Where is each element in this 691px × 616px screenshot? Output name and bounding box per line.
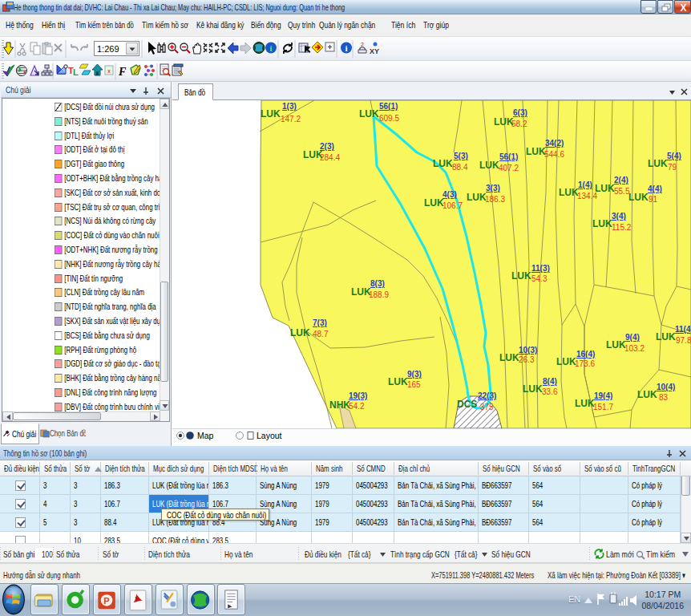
svg-text:2: 2 xyxy=(361,42,364,47)
svg-text:106.7: 106.7 xyxy=(442,201,463,210)
svg-text:6(3): 6(3) xyxy=(513,108,527,117)
svg-text:375: 375 xyxy=(480,403,494,411)
svg-text:151.7: 151.7 xyxy=(593,403,613,411)
svg-text:79: 79 xyxy=(668,163,677,172)
svg-text:16(4): 16(4) xyxy=(576,350,595,359)
svg-text:LUK: LUK xyxy=(559,187,579,198)
svg-text:103.2: 103.2 xyxy=(624,344,645,353)
svg-text:11(4): 11(4) xyxy=(675,325,691,334)
svg-text:LUK: LUK xyxy=(628,192,649,203)
svg-text:115.2: 115.2 xyxy=(612,223,632,232)
svg-text:LUK: LUK xyxy=(523,383,543,395)
svg-text:54.2: 54.2 xyxy=(349,402,365,411)
svg-text:LUK: LUK xyxy=(388,376,408,387)
svg-text:10(3): 10(3) xyxy=(519,346,537,355)
svg-text:165: 165 xyxy=(407,380,421,389)
svg-text:1(3): 1(3) xyxy=(282,102,297,111)
svg-text:9(4): 9(4) xyxy=(625,333,640,342)
svg-text:F: F xyxy=(118,66,127,78)
svg-text:83: 83 xyxy=(659,393,669,402)
svg-text:7(3): 7(3) xyxy=(313,318,327,327)
svg-text:26.3: 26.3 xyxy=(519,355,535,364)
svg-text:LUK: LUK xyxy=(575,398,595,409)
svg-text:56(1): 56(1) xyxy=(499,152,518,161)
svg-text:LUK: LUK xyxy=(467,192,487,203)
svg-text:48.7: 48.7 xyxy=(313,330,329,338)
svg-text:LUK: LUK xyxy=(359,108,379,120)
svg-text:2(4): 2(4) xyxy=(614,176,628,184)
svg-text:LUK: LUK xyxy=(290,327,310,338)
svg-text:x: x xyxy=(107,68,111,74)
svg-text:LUK: LUK xyxy=(499,352,519,363)
svg-text:8(3): 8(3) xyxy=(370,279,385,288)
svg-text:4(4): 4(4) xyxy=(648,184,662,193)
svg-text:L: L xyxy=(73,67,79,77)
svg-text:147.2: 147.2 xyxy=(281,115,301,124)
svg-text:33.6: 33.6 xyxy=(542,387,558,396)
svg-text:186.3: 186.3 xyxy=(485,195,505,204)
svg-text:97.8: 97.8 xyxy=(676,336,691,345)
svg-text:i: i xyxy=(269,43,272,53)
svg-text:LUK: LUK xyxy=(637,389,657,400)
svg-text:LUK: LUK xyxy=(648,158,668,169)
svg-text:LUK: LUK xyxy=(526,146,546,157)
svg-text:NHK: NHK xyxy=(329,399,350,411)
svg-text:1(4): 1(4) xyxy=(578,180,592,189)
svg-text:19(3): 19(3) xyxy=(349,391,367,400)
svg-text:22(3): 22(3) xyxy=(478,391,496,400)
svg-text:19(4): 19(4) xyxy=(594,391,612,400)
svg-text:LUK: LUK xyxy=(433,158,453,169)
svg-text:609.5: 609.5 xyxy=(379,114,399,123)
svg-text:544.6: 544.6 xyxy=(544,150,564,159)
svg-text:407.2: 407.2 xyxy=(499,164,519,172)
svg-text:284.4: 284.4 xyxy=(320,153,340,162)
svg-text:9(3): 9(3) xyxy=(407,370,422,379)
svg-text:LUK: LUK xyxy=(424,197,444,209)
svg-text:91: 91 xyxy=(649,195,658,204)
svg-text:P: P xyxy=(103,596,110,606)
svg-text:LUK: LUK xyxy=(592,218,612,229)
svg-text:54.3: 54.3 xyxy=(531,274,548,283)
svg-text:LUK: LUK xyxy=(261,108,281,120)
svg-text:188.9: 188.9 xyxy=(369,290,389,299)
svg-text:X: X xyxy=(680,2,686,14)
svg-text:XY: XY xyxy=(370,47,379,55)
svg-text:2(3): 2(3) xyxy=(320,142,334,151)
svg-text:34(2): 34(2) xyxy=(545,139,564,148)
svg-text:11(3): 11(3) xyxy=(531,264,550,273)
svg-text:LUK: LUK xyxy=(556,356,576,367)
svg-text:LUK: LUK xyxy=(511,270,531,282)
svg-text:Map: Map xyxy=(197,431,214,440)
svg-text:8(4): 8(4) xyxy=(543,377,557,386)
svg-text:LUK: LUK xyxy=(656,331,676,342)
svg-text:58.2: 58.2 xyxy=(511,120,527,128)
svg-text:55.5: 55.5 xyxy=(614,187,630,196)
svg-text:88.4: 88.4 xyxy=(452,163,468,172)
svg-text:LUK: LUK xyxy=(606,339,626,351)
svg-text:i: i xyxy=(345,43,347,53)
svg-text:3(4): 3(4) xyxy=(612,212,626,221)
svg-text:56(1): 56(1) xyxy=(379,102,398,111)
svg-text:LUK: LUK xyxy=(479,160,499,171)
svg-text:173.6: 173.6 xyxy=(575,359,595,368)
svg-text:5(4): 5(4) xyxy=(667,152,681,160)
svg-text:3(3): 3(3) xyxy=(486,184,500,192)
svg-text:Layout: Layout xyxy=(257,431,282,440)
svg-text:LUK: LUK xyxy=(595,183,615,194)
svg-text:10(4): 10(4) xyxy=(657,383,675,391)
svg-text:DCS: DCS xyxy=(457,399,477,410)
svg-text:5(3): 5(3) xyxy=(454,152,468,160)
svg-text:4(3): 4(3) xyxy=(442,190,457,199)
